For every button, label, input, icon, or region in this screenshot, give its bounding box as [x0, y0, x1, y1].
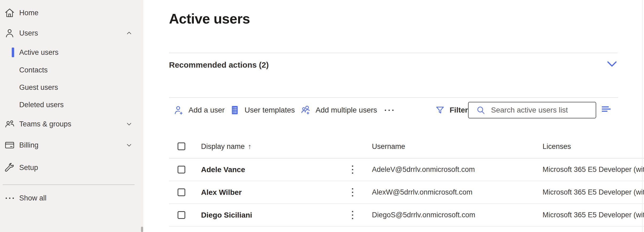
sidebar-item-guest-users[interactable]: Guest users	[0, 80, 143, 95]
user-icon	[3, 27, 16, 39]
sidebar-item-active-users[interactable]: Active users	[0, 45, 143, 60]
sidebar-divider	[3, 184, 135, 185]
user-templates-icon	[229, 105, 240, 116]
user-username: AlexW@5drrlv.onmicrosoft.com	[372, 188, 472, 196]
section-divider	[169, 97, 618, 98]
filter-funnel-icon	[435, 105, 445, 115]
section-divider	[169, 53, 618, 53]
filter-button[interactable]: Filter	[435, 103, 468, 118]
user-username: AdeleV@5drrlv.onmicrosoft.com	[372, 165, 475, 174]
user-licenses: Microsoft 365 E5 Developer (withou	[543, 188, 644, 196]
sidebar-item-deleted-users[interactable]: Deleted users	[0, 97, 143, 112]
wrench-icon	[3, 161, 16, 174]
sidebar-scrollbar-thumb[interactable]	[141, 227, 143, 232]
people-add-icon	[300, 105, 311, 116]
home-icon	[3, 7, 16, 19]
search-input[interactable]	[491, 106, 591, 114]
more-actions-icon[interactable]	[385, 103, 394, 118]
recommended-actions-header[interactable]: Recommended actions (2)	[169, 60, 618, 71]
sidebar-item-show-all[interactable]: Show all	[0, 191, 143, 206]
user-username: DiegoS@5drrlv.onmicrosoft.com	[372, 211, 475, 219]
sidebar-item-billing[interactable]: Billing	[0, 138, 143, 153]
column-header-username[interactable]: Username	[372, 142, 405, 151]
sort-lines-icon[interactable]	[602, 106, 611, 113]
sort-ascending-arrow: ↑	[248, 142, 252, 151]
sidebar-item-teams-groups[interactable]: Teams & groups	[0, 117, 143, 132]
sidebar-item-home[interactable]: Home	[0, 5, 143, 20]
add-user-button[interactable]: Add a user	[173, 103, 225, 118]
chevron-down-icon[interactable]	[607, 61, 617, 67]
row-checkbox[interactable]	[178, 166, 185, 173]
kebab-menu-icon[interactable]	[352, 211, 353, 219]
sidebar-item-setup[interactable]: Setup	[0, 160, 143, 175]
sidebar-item-label: Setup	[19, 164, 38, 172]
sidebar-item-label: Teams & groups	[19, 120, 71, 128]
user-templates-button[interactable]: User templates	[229, 103, 295, 118]
chevron-down-icon	[125, 142, 133, 149]
row-checkbox[interactable]	[178, 211, 185, 219]
table-row[interactable]: Alex Wilber AlexW@5drrlv.onmicrosoft.com…	[169, 181, 644, 204]
sidebar-item-users[interactable]: Users	[0, 26, 143, 41]
kebab-menu-icon[interactable]	[352, 165, 353, 174]
m365-admin-active-users-page: { "colors": { "accent": "#4f6bed", "side…	[0, 0, 644, 232]
user-display-name[interactable]: Alex Wilber	[201, 188, 242, 197]
chevron-up-icon	[125, 30, 133, 37]
table-row[interactable]: Diego Siciliani DiegoS@5drrlv.onmicrosof…	[169, 204, 644, 227]
people-icon	[3, 118, 16, 130]
column-header-display-name[interactable]: Display name	[201, 142, 245, 151]
select-all-checkbox[interactable]	[178, 142, 185, 150]
table-header-row: Display name ↑ Username Licenses	[169, 142, 644, 158]
sidebar-item-contacts[interactable]: Contacts	[0, 63, 143, 78]
user-licenses: Microsoft 365 E5 Developer (withou	[543, 211, 644, 219]
sidebar-item-label: Users	[19, 29, 38, 37]
sidebar-item-label: Home	[19, 9, 38, 17]
search-icon	[476, 105, 486, 115]
sidebar-item-label: Billing	[19, 141, 38, 149]
ellipsis-icon	[3, 192, 16, 204]
sidebar: Home Users Active users Contacts Guest u…	[0, 0, 143, 232]
sidebar-item-label: Active users	[19, 48, 58, 57]
user-licenses: Microsoft 365 E5 Developer (withou	[543, 165, 644, 174]
sidebar-item-label: Guest users	[19, 83, 58, 92]
page-scrollbar-track	[642, 0, 643, 232]
chevron-down-icon	[125, 121, 133, 128]
billing-card-icon	[3, 139, 16, 151]
column-header-licenses[interactable]: Licenses	[543, 142, 571, 151]
sidebar-item-label: Contacts	[19, 66, 48, 74]
user-display-name[interactable]: Diego Siciliani	[201, 211, 252, 219]
row-checkbox[interactable]	[178, 188, 185, 196]
recommended-actions-label: Recommended actions (2)	[169, 60, 269, 69]
kebab-menu-icon[interactable]	[352, 188, 353, 196]
sidebar-item-label: Show all	[19, 194, 46, 202]
person-add-icon	[173, 105, 184, 116]
selected-indicator	[12, 48, 14, 57]
search-box	[468, 102, 596, 118]
table-row[interactable]: Adele Vance AdeleV@5drrlv.onmicrosoft.co…	[169, 158, 644, 181]
user-templates-label: User templates	[245, 106, 295, 114]
add-user-label: Add a user	[189, 106, 225, 114]
user-display-name[interactable]: Adele Vance	[201, 165, 245, 174]
sidebar-item-label: Deleted users	[19, 101, 64, 109]
add-multiple-users-button[interactable]: Add multiple users	[300, 103, 377, 118]
add-multiple-users-label: Add multiple users	[316, 106, 377, 114]
page-title: Active users	[169, 11, 250, 27]
filter-label: Filter	[450, 106, 468, 114]
